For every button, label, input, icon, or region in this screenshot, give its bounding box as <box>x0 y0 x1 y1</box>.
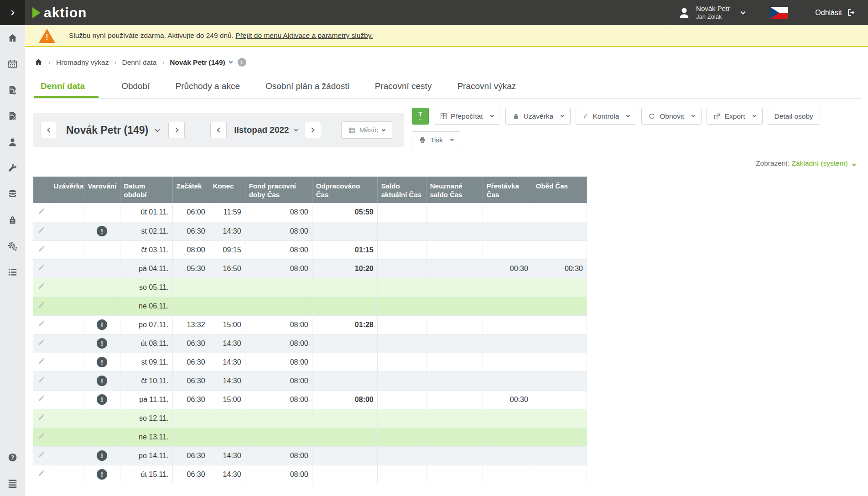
period-selector-label: listopad 2022 <box>234 125 289 135</box>
edit-row-icon[interactable] <box>37 245 45 253</box>
header-odpracovano[interactable]: Odpracováno Čas <box>312 177 377 203</box>
user-menu[interactable]: Novák Petr Jan Zolák <box>666 0 756 25</box>
selector-panel: Novák Petr (149) listopad 2022 Měsíc <box>33 113 404 147</box>
person-detail-button[interactable]: Detail osoby <box>768 108 820 125</box>
logo-play-icon <box>32 7 41 18</box>
header-fond[interactable]: Fond pracovní doby Čas <box>245 177 312 203</box>
prev-person-button[interactable] <box>41 122 57 138</box>
chevron-down-icon <box>450 137 454 141</box>
breadcrumb-home[interactable] <box>34 58 43 67</box>
cell-date: ne 13.11. <box>120 428 172 446</box>
breadcrumb-item-denni-data[interactable]: Denní data <box>122 58 156 67</box>
sidebar-item-menu[interactable] <box>0 470 25 496</box>
closure-button[interactable]: Uzávěrka <box>505 108 571 125</box>
row-warning-icon[interactable]: ! <box>97 226 107 236</box>
period-selector[interactable]: listopad 2022 <box>234 125 297 135</box>
refresh-button[interactable]: Obnovit <box>641 108 701 125</box>
sidebar-item-lists[interactable] <box>0 259 25 285</box>
view-selector-value[interactable]: Základní (system) <box>792 159 848 167</box>
row-warning-icon[interactable]: ! <box>97 469 107 480</box>
edit-row-icon[interactable] <box>37 451 45 459</box>
cell-start <box>172 409 209 428</box>
header-obed[interactable]: Oběd Čas <box>532 177 587 203</box>
calendar-icon <box>7 59 18 69</box>
app-logo[interactable]: aktion <box>32 0 87 25</box>
lock-icon <box>7 215 18 225</box>
cell-warning <box>84 409 120 428</box>
header-zacatek[interactable]: Začátek <box>172 177 209 203</box>
edit-row-icon[interactable] <box>37 339 45 346</box>
sidebar-item-settings[interactable] <box>0 233 25 259</box>
edit-row-icon[interactable] <box>37 470 45 477</box>
chevron-right-icon <box>173 127 178 132</box>
edit-row-icon[interactable] <box>37 395 45 402</box>
sidebar-item-help[interactable]: ? <box>0 444 25 470</box>
edit-row-icon[interactable] <box>37 357 45 365</box>
row-warning-icon[interactable]: ! <box>97 338 107 349</box>
next-month-button[interactable] <box>305 122 321 138</box>
tab-pracovni-cesty[interactable]: Pracovní cesty <box>372 81 435 98</box>
table-row: !po 14.11.06:3014:3008:00 <box>33 446 587 465</box>
edit-row-icon[interactable] <box>37 282 45 290</box>
sidebar-item-security[interactable] <box>0 207 25 233</box>
recalculate-button[interactable]: Přepočítat <box>434 108 500 125</box>
recalculate-label: Přepočítat <box>451 112 483 120</box>
tab-denni-data[interactable]: Denní data <box>34 81 99 98</box>
sidebar-item-persons[interactable] <box>0 129 25 155</box>
prev-month-button[interactable] <box>210 122 227 138</box>
cell-worked: 01:28 <box>312 315 377 334</box>
print-button[interactable]: Tisk <box>412 131 460 148</box>
sidebar-item-reviews[interactable] <box>0 103 25 129</box>
info-icon[interactable]: i <box>238 58 246 67</box>
chevron-down-icon <box>691 114 695 117</box>
row-warning-icon[interactable]: ! <box>97 319 107 330</box>
edit-row-icon[interactable] <box>37 208 45 215</box>
cell-unrecognized <box>426 203 483 222</box>
activation-link[interactable]: Přejít do menu Aktivace a parametry služ… <box>235 31 373 39</box>
report-check-icon <box>7 111 18 121</box>
edit-row-icon[interactable] <box>37 376 45 384</box>
header-saldo[interactable]: Saldo aktuální Čas <box>377 177 426 203</box>
header-uzaverka[interactable]: Uzávěrka <box>50 177 84 203</box>
sidebar-item-configuration[interactable] <box>0 155 25 181</box>
row-warning-icon[interactable]: ! <box>97 450 107 461</box>
sidebar-item-calendar[interactable] <box>0 51 25 77</box>
sidebar-toggle[interactable] <box>0 0 25 25</box>
language-selector[interactable] <box>756 0 802 25</box>
insert-interruption-button[interactable]: T↔ <box>412 108 429 125</box>
sidebar-item-data[interactable] <box>0 181 25 207</box>
breadcrumb-current[interactable]: Novák Petr (149) <box>170 58 232 67</box>
row-warning-icon[interactable]: ! <box>97 357 107 367</box>
header-prestavka[interactable]: Přestávka Čas <box>483 177 532 203</box>
row-warning-icon[interactable]: ! <box>97 394 107 405</box>
control-button[interactable]: ✓ Kontrola <box>576 108 636 125</box>
header-neuznane-saldo[interactable]: Neuznané saldo Čas <box>426 177 483 203</box>
wrench-icon <box>7 163 18 173</box>
table-row: !pá 11.11.06:3015:0008:0008:0000:30 <box>33 390 587 409</box>
edit-row-icon[interactable] <box>37 226 45 234</box>
row-warning-icon[interactable]: ! <box>97 376 107 386</box>
header-varovani[interactable]: Varování <box>84 177 120 203</box>
edit-row-icon[interactable] <box>37 264 45 271</box>
person-selector[interactable]: Novák Petr (149) <box>66 124 159 136</box>
granularity-dropdown[interactable]: Měsíc <box>341 121 392 139</box>
header-datum-obdobi[interactable]: Datum období <box>120 177 172 203</box>
edit-row-icon[interactable] <box>37 432 45 440</box>
sidebar-item-reports[interactable] <box>0 77 25 103</box>
sidebar-item-home[interactable] <box>0 25 25 51</box>
edit-row-icon[interactable] <box>37 413 45 421</box>
header-konec[interactable]: Konec <box>209 177 245 203</box>
daily-data-table: Uzávěrka Varování Datum období Začátek K… <box>33 177 587 484</box>
tab-pracovni-vykaz[interactable]: Pracovní výkaz <box>454 81 519 98</box>
next-person-button[interactable] <box>168 122 185 138</box>
cell-worked <box>312 222 377 240</box>
export-button[interactable]: Export <box>707 108 763 125</box>
cell-unrecognized <box>426 465 483 484</box>
tab-obdobi[interactable]: Období <box>119 81 152 98</box>
tab-osobni-plan-a-zadosti[interactable]: Osobní plán a žádosti <box>263 81 352 98</box>
breadcrumb-item-hromadny-vykaz[interactable]: Hromadný výkaz <box>56 58 109 67</box>
edit-row-icon[interactable] <box>37 320 45 328</box>
edit-row-icon[interactable] <box>37 301 45 309</box>
tab-pruchody-a-akce[interactable]: Průchody a akce <box>172 81 243 98</box>
logout-button[interactable]: Odhlásit <box>802 0 868 25</box>
